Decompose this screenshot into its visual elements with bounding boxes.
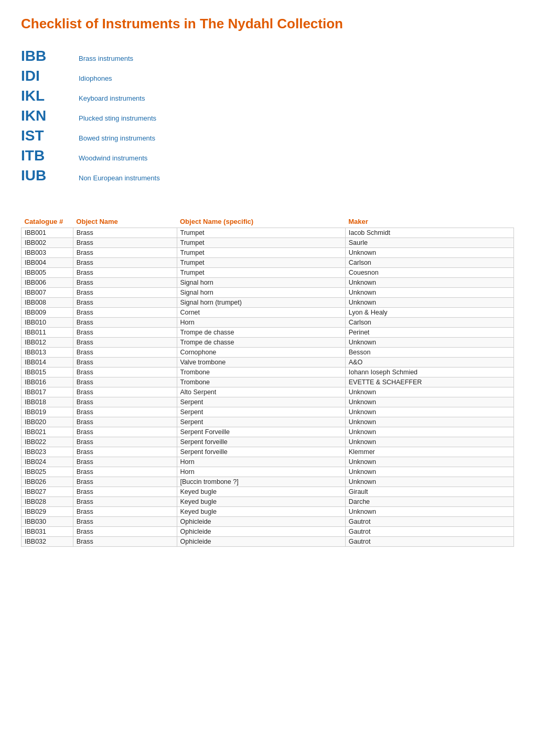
table-row: IBB032BrassOphicleideGautrot (22, 537, 514, 547)
table-cell: Trombone (177, 368, 345, 377)
category-label: Woodwind instruments (79, 154, 147, 162)
table-cell: Trumpet (177, 258, 345, 268)
table-cell: IBB012 (22, 338, 73, 348)
table-cell: Unknown (345, 457, 513, 467)
category-label: Idiophones (79, 74, 112, 82)
table-cell: IBB032 (22, 537, 73, 547)
table-row: IBB004BrassTrumpetCarlson (22, 258, 514, 268)
table-cell: IBB001 (22, 228, 73, 238)
table-cell: Brass (73, 348, 177, 358)
table-cell: Brass (73, 387, 177, 397)
instruments-table: Catalogue # Object Name Object Name (spe… (21, 215, 514, 547)
table-cell: IBB008 (22, 298, 73, 308)
table-cell: IBB025 (22, 467, 73, 477)
table-cell: Couesnon (345, 268, 513, 278)
table-cell: Gautrot (345, 537, 513, 547)
table-cell: Unknown (345, 437, 513, 447)
col-header-specific: Object Name (specific) (177, 215, 345, 228)
table-cell: Girault (345, 487, 513, 497)
page-title: Checklist of Instruments in The Nydahl C… (21, 16, 514, 32)
table-cell: Keyed bugle (177, 487, 345, 497)
category-code: IKL (21, 88, 68, 104)
table-cell: IBB013 (22, 348, 73, 358)
table-cell: Valve trombone (177, 358, 345, 368)
col-header-object: Object Name (73, 215, 177, 228)
table-cell: Trumpet (177, 238, 345, 248)
table-cell: IBB018 (22, 397, 73, 407)
table-cell: Brass (73, 377, 177, 387)
table-cell: Signal horn (177, 288, 345, 298)
table-cell: Ophicleide (177, 527, 345, 537)
table-cell: Unknown (345, 288, 513, 298)
table-body: IBB001BrassTrumpetIacob SchmidtIBB002Bra… (22, 228, 514, 547)
table-cell: Signal horn (177, 278, 345, 288)
table-cell: Trumpet (177, 228, 345, 238)
table-row: IBB009BrassCornetLyon & Healy (22, 308, 514, 318)
table-row: IBB007BrassSignal hornUnknown (22, 288, 514, 298)
table-cell: Carlson (345, 318, 513, 328)
table-cell: Brass (73, 497, 177, 507)
table-row: IBB018BrassSerpentUnknown (22, 397, 514, 407)
table-row: IBB022BrassSerpent forveilleUnknown (22, 437, 514, 447)
table-header-row: Catalogue # Object Name Object Name (spe… (22, 215, 514, 228)
table-cell: Unknown (345, 477, 513, 487)
table-cell: Carlson (345, 258, 513, 268)
table-cell: IBB007 (22, 288, 73, 298)
table-cell: Brass (73, 467, 177, 477)
table-cell: Brass (73, 537, 177, 547)
table-cell: Keyed bugle (177, 497, 345, 507)
table-cell: Brass (73, 258, 177, 268)
table-cell: Trumpet (177, 248, 345, 258)
table-cell: IBB009 (22, 308, 73, 318)
table-cell: Trombone (177, 377, 345, 387)
table-row: IBB014BrassValve tromboneA&O (22, 358, 514, 368)
table-cell: Unknown (345, 407, 513, 417)
table-cell: Klemmer (345, 447, 513, 457)
table-cell: [Buccin trombone ?] (177, 477, 345, 487)
table-cell: IBB011 (22, 328, 73, 338)
table-cell: Brass (73, 397, 177, 407)
table-cell: Unknown (345, 338, 513, 348)
table-row: IBB001BrassTrumpetIacob Schmidt (22, 228, 514, 238)
table-cell: IBB003 (22, 248, 73, 258)
table-cell: Iacob Schmidt (345, 228, 513, 238)
category-code: ITB (21, 147, 68, 164)
table-row: IBB012BrassTrompe de chasseUnknown (22, 338, 514, 348)
table-cell: Unknown (345, 387, 513, 397)
table-cell: IBB002 (22, 238, 73, 248)
table-row: IBB024BrassHornUnknown (22, 457, 514, 467)
table-cell: A&O (345, 358, 513, 368)
table-cell: Brass (73, 238, 177, 248)
table-cell: Brass (73, 407, 177, 417)
table-row: IBB029BrassKeyed bugleUnknown (22, 507, 514, 517)
table-row: IBB016BrassTromboneEVETTE & SCHAEFFER (22, 377, 514, 387)
table-cell: Unknown (345, 298, 513, 308)
category-label: Plucked sting instruments (79, 114, 156, 122)
table-cell: Unknown (345, 278, 513, 288)
table-cell: Horn (177, 318, 345, 328)
table-cell: Serpent (177, 407, 345, 417)
col-header-maker: Maker (345, 215, 513, 228)
table-cell: IBB014 (22, 358, 73, 368)
table-row: IBB010BrassHornCarlson (22, 318, 514, 328)
table-row: IBB008BrassSignal horn (trumpet)Unknown (22, 298, 514, 308)
table-cell: Perinet (345, 328, 513, 338)
table-cell: Unknown (345, 427, 513, 437)
table-cell: Trompe de chasse (177, 328, 345, 338)
table-cell: Unknown (345, 467, 513, 477)
table-row: IBB011BrassTrompe de chassePerinet (22, 328, 514, 338)
table-row: IBB005BrassTrumpetCouesnon (22, 268, 514, 278)
table-cell: IBB015 (22, 368, 73, 377)
table-cell: Brass (73, 507, 177, 517)
table-cell: Horn (177, 467, 345, 477)
table-row: IBB026Brass[Buccin trombone ?]Unknown (22, 477, 514, 487)
table-cell: Brass (73, 338, 177, 348)
table-cell: IBB030 (22, 517, 73, 527)
category-item: ISTBowed string instruments (21, 127, 514, 144)
table-section: Catalogue # Object Name Object Name (spe… (21, 215, 514, 547)
table-cell: Besson (345, 348, 513, 358)
table-cell: IBB022 (22, 437, 73, 447)
table-cell: Keyed bugle (177, 507, 345, 517)
table-cell: Brass (73, 437, 177, 447)
table-cell: Unknown (345, 397, 513, 407)
